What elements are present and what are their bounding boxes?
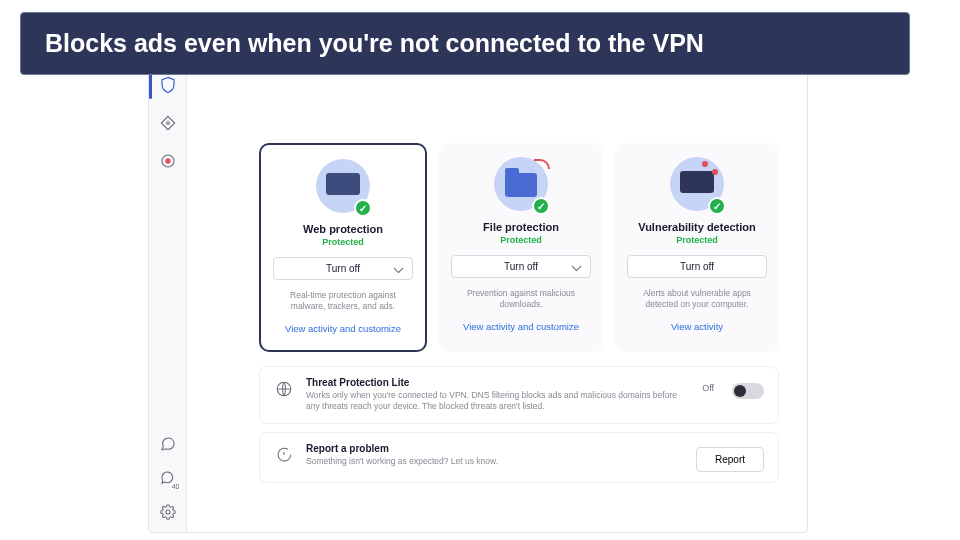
svg-point-2	[165, 158, 170, 163]
view-activity-link[interactable]: View activity and customize	[273, 323, 413, 334]
sidebar: 40	[149, 69, 187, 532]
view-activity-link[interactable]: View activity	[627, 321, 767, 332]
card-description: Real-time protection against malware, tr…	[273, 290, 413, 313]
vulnerability-icon: ✓	[664, 157, 730, 213]
card-web-protection[interactable]: ✓ Web protection Protected Turn off Real…	[259, 143, 427, 352]
card-vulnerability-detection[interactable]: ✓ Vulnerability detection Protected Turn…	[615, 143, 779, 352]
check-icon: ✓	[532, 197, 550, 215]
svg-point-0	[166, 122, 169, 125]
toggle-label: Off	[702, 383, 714, 393]
row-threat-protection-lite: Threat Protection Lite Works only when y…	[259, 366, 779, 424]
lite-toggle[interactable]	[732, 383, 764, 399]
row-title: Report a problem	[306, 443, 684, 454]
check-icon: ✓	[354, 199, 372, 217]
sidebar-item-shield[interactable]	[158, 75, 178, 95]
sidebar-item-chat[interactable]	[158, 434, 178, 454]
messages-badge: 40	[170, 483, 182, 490]
turn-off-button[interactable]: Turn off	[273, 257, 413, 280]
card-file-protection[interactable]: ✓ File protection Protected Turn off Pre…	[439, 143, 603, 352]
report-button[interactable]: Report	[696, 447, 764, 472]
settings-rows: Threat Protection Lite Works only when y…	[259, 366, 779, 483]
card-title: Vulnerability detection	[627, 221, 767, 233]
sidebar-item-radar[interactable]	[158, 151, 178, 171]
card-status: Protected	[451, 235, 591, 245]
main-content: Threat Protection ✓ Web protection Prote…	[187, 69, 807, 532]
app-window: 40 Threat Protection ✓ Web protection Pr…	[148, 68, 808, 533]
sidebar-item-messages[interactable]: 40	[158, 468, 178, 488]
check-icon: ✓	[708, 197, 726, 215]
svg-point-3	[166, 510, 170, 514]
card-title: Web protection	[273, 223, 413, 235]
sidebar-item-meshnet[interactable]	[158, 113, 178, 133]
feature-cards: ✓ Web protection Protected Turn off Real…	[259, 143, 779, 352]
view-activity-link[interactable]: View activity and customize	[451, 321, 591, 332]
report-icon	[274, 445, 294, 465]
row-description: Something isn't working as expected? Let…	[306, 456, 684, 467]
sidebar-item-settings[interactable]	[158, 502, 178, 522]
card-title: File protection	[451, 221, 591, 233]
globe-shield-icon	[274, 379, 294, 399]
web-protection-icon: ✓	[310, 159, 376, 215]
card-description: Prevention against malicious downloads.	[451, 288, 591, 311]
annotation-banner: Blocks ads even when you're not connecte…	[20, 12, 910, 75]
file-protection-icon: ✓	[488, 157, 554, 213]
row-report-problem: Report a problem Something isn't working…	[259, 432, 779, 483]
turn-off-button[interactable]: Turn off	[627, 255, 767, 278]
card-status: Protected	[273, 237, 413, 247]
card-description: Alerts about vulnerable apps detected on…	[627, 288, 767, 311]
turn-off-button[interactable]: Turn off	[451, 255, 591, 278]
card-status: Protected	[627, 235, 767, 245]
row-title: Threat Protection Lite	[306, 377, 690, 388]
row-description: Works only when you're connected to VPN.…	[306, 390, 690, 413]
